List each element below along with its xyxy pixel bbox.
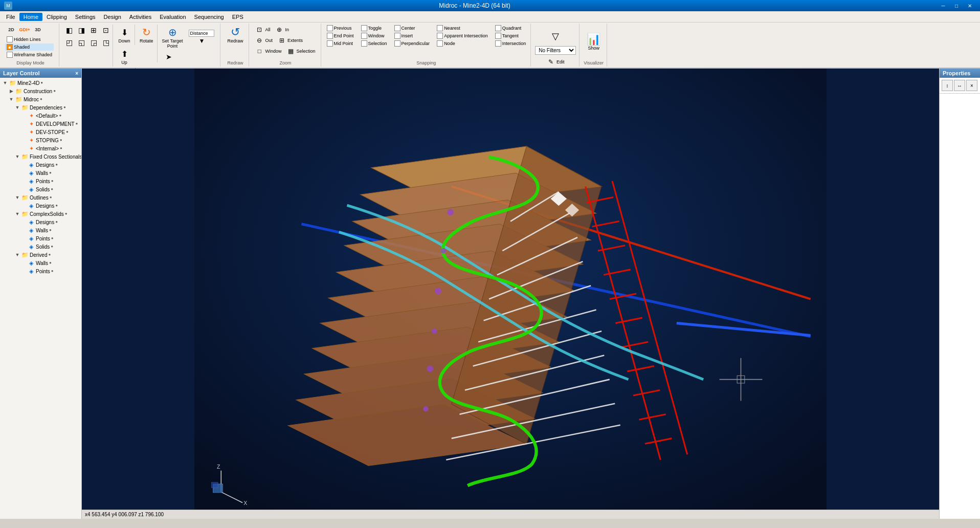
snap-col-4: Nearest Apparent Intersection Node	[435, 25, 489, 47]
view-arrow-button[interactable]: ➤	[160, 51, 178, 62]
tree-outlines[interactable]: ▼ 📁 Outlines ●	[0, 193, 81, 202]
show-visualizer-button[interactable]: 📊 Show	[585, 32, 603, 52]
snap-tangent[interactable]: Tangent	[494, 32, 528, 39]
maximize-button[interactable]: □	[950, 2, 963, 10]
gdi-button[interactable]: GDI+	[18, 25, 31, 35]
snap-selection[interactable]: Selection	[360, 40, 389, 47]
snap-quadrant[interactable]: Quadrant	[494, 25, 528, 32]
tree-midroc[interactable]: ▼ 📁 Midroc ●	[0, 95, 81, 103]
2d-button[interactable]: 2D	[5, 25, 17, 35]
tree-der-points[interactable]: ◈ Points ●	[0, 267, 81, 275]
menu-home[interactable]: Home	[19, 13, 42, 21]
zoom-window-button[interactable]: □ Window	[253, 46, 283, 56]
filter-icon-button[interactable]: ▽	[546, 29, 565, 44]
down-button[interactable]: ⬇ Down	[115, 25, 133, 45]
menu-activities[interactable]: Activities	[125, 13, 155, 21]
menu-design[interactable]: Design	[100, 13, 125, 21]
eye-stoping: ●	[60, 138, 65, 143]
viewport[interactable]: Z X x4 563.454 y4 006.097 z1 796.100	[82, 69, 939, 519]
rotate-button[interactable]: ↻ Rotate	[137, 25, 156, 45]
menu-settings[interactable]: Settings	[71, 13, 100, 21]
tree-cs-points[interactable]: ◈ Points ●	[0, 234, 81, 243]
distance-button[interactable]: ▼	[186, 25, 217, 50]
label-fcs-designs: Designs	[36, 162, 54, 168]
tree-default[interactable]: ✦ <Default> ●	[0, 112, 81, 120]
view-btn-7[interactable]: ◲	[88, 37, 99, 48]
snap-apparent[interactable]: Apparent Intersection	[435, 32, 489, 39]
zoom-selection-button[interactable]: ▦ Selection	[284, 46, 317, 56]
view-btn-3[interactable]: ⊞	[88, 25, 99, 36]
menu-evaluation[interactable]: Evaluation	[155, 13, 190, 21]
tree-development[interactable]: ✦ DEVELOPMENT ●	[0, 120, 81, 128]
snap-insert[interactable]: Insert	[393, 32, 432, 39]
hidden-lines-toggle[interactable]: Hidden Lines	[5, 36, 54, 43]
zoom-out-button[interactable]: ⊖ Out	[253, 35, 275, 46]
snap-node[interactable]: Node	[435, 40, 489, 47]
prop-close-button[interactable]: ×	[966, 80, 977, 91]
tree-fixed-cross-sectionals[interactable]: ▼ 📁 Fixed Cross Sectionals ●	[0, 152, 81, 161]
tree-complex-solids[interactable]: ▼ 📁 ComplexSolids ●	[0, 210, 81, 218]
svg-text:Z: Z	[217, 464, 220, 470]
view-btn-5[interactable]: ◰	[63, 37, 75, 48]
tree-fcs-designs[interactable]: ◈ Designs ●	[0, 161, 81, 169]
view-btn-2[interactable]: ◨	[76, 25, 87, 36]
snap-perpendicular[interactable]: Perpendicular	[393, 40, 432, 47]
tree-derived[interactable]: ▼ 📁 Derived ●	[0, 251, 81, 259]
tree-out-designs[interactable]: ◈ Designs ●	[0, 202, 81, 210]
menu-clipping[interactable]: Clipping	[42, 13, 71, 21]
view-btn-1[interactable]: ◧	[63, 25, 75, 36]
snap-toggle[interactable]: Toggle	[360, 25, 389, 32]
toggle-cs-points	[20, 235, 27, 241]
wireframe-toggle[interactable]: Wireframe Shaded	[5, 51, 54, 58]
tree-mine2-4d[interactable]: ▼ 📁 Mine2-4D ●	[0, 79, 81, 87]
snap-window[interactable]: Window	[360, 32, 389, 39]
menu-eps[interactable]: EPS	[228, 13, 248, 21]
zoom-in-button[interactable]: ⊕ In	[273, 25, 291, 35]
prop-resize-v-button[interactable]: ↕	[942, 80, 953, 91]
snap-endpoint[interactable]: End Point	[325, 32, 355, 39]
set-target-button[interactable]: ⊕ Set TargetPoint	[160, 25, 186, 50]
filters-dropdown[interactable]: No Filters	[535, 46, 576, 55]
tree-fcs-walls[interactable]: ◈ Walls ●	[0, 169, 81, 177]
up-button[interactable]: ⬆ Up	[115, 46, 133, 67]
tree-internal[interactable]: ✦ <Internal> ●	[0, 144, 81, 152]
ribbon-group-view3d: ◧ ◨ ⊞ ⊡	[60, 24, 220, 67]
tree-cs-designs[interactable]: ◈ Designs ●	[0, 218, 81, 226]
shaded-toggle[interactable]: ■ Shaded	[5, 43, 54, 51]
view-btn-4[interactable]: ⊡	[100, 25, 112, 36]
minimize-button[interactable]: ─	[937, 2, 949, 10]
zoom-all-button[interactable]: ⊡ All	[253, 25, 272, 35]
shaded-checkbox: ■	[7, 44, 13, 50]
tree-der-walls[interactable]: ◈ Walls ●	[0, 259, 81, 267]
menubar: File Home Clipping Settings Design Activ…	[0, 11, 980, 23]
edit-filters-button[interactable]: ✎ Edit	[545, 57, 567, 67]
view-btn-6[interactable]: ◱	[76, 37, 87, 48]
view-btn-8[interactable]: ◳	[100, 37, 112, 48]
snap-midpoint[interactable]: Mid Point	[325, 40, 355, 47]
layer-control-close-icon[interactable]: ×	[75, 71, 78, 76]
snap-nearest[interactable]: Nearest	[435, 25, 489, 32]
snap-previous[interactable]: Previous	[325, 25, 355, 32]
tree-fcs-solids[interactable]: ◈ Solids ●	[0, 185, 81, 193]
tree-construction[interactable]: ▶ 📁 Construction ●	[0, 87, 81, 95]
tree-dependencies[interactable]: ▼ 📁 Dependencies ●	[0, 103, 81, 112]
snap-intersection[interactable]: Intersection	[494, 40, 528, 47]
tree-cs-solids[interactable]: ◈ Solids ●	[0, 243, 81, 251]
view-icon-5: ◰	[65, 38, 73, 47]
prop-resize-h-button[interactable]: ↔	[954, 80, 965, 91]
tree-fcs-points[interactable]: ◈ Points ●	[0, 177, 81, 185]
close-button[interactable]: ✕	[964, 2, 976, 10]
redraw-button[interactable]: ↺ Redraw	[225, 25, 246, 45]
distance-input[interactable]	[189, 30, 214, 37]
zoom-extents-button[interactable]: ⊞ Extents	[276, 35, 305, 46]
folder-icon-dependencies: 📁	[21, 104, 29, 111]
tree-stoping[interactable]: ✦ STOPING ●	[0, 136, 81, 144]
menu-file[interactable]: File	[2, 13, 19, 21]
3d-button[interactable]: 3D	[32, 25, 44, 35]
titlebar-app-icon: M	[4, 2, 12, 10]
main-layout: Layer Control × ▼ 📁 Mine2-4D ● ▶ 📁 Const…	[0, 69, 980, 519]
menu-sequencing[interactable]: Sequencing	[190, 13, 228, 21]
snap-center[interactable]: Center	[393, 25, 432, 32]
tree-cs-walls[interactable]: ◈ Walls ●	[0, 226, 81, 234]
tree-dev-stope[interactable]: ✦ DEV-STOPE ●	[0, 128, 81, 136]
